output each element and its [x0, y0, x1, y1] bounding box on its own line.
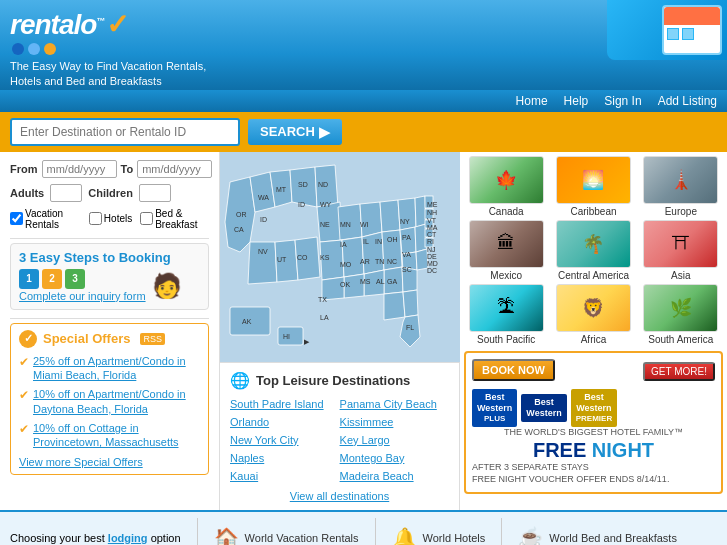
bed-breakfast-input[interactable]	[140, 212, 153, 225]
special-offers-header: ✓ Special Offers RSS	[19, 330, 200, 348]
footer-vacation-label: World Vacation Rentals	[245, 532, 359, 544]
view-more-offers[interactable]: View more Special Offers	[19, 456, 200, 468]
dest-kauai[interactable]: Kauai	[230, 470, 324, 482]
mexico-thumb[interactable]: 🏛	[469, 220, 544, 268]
to-date-input[interactable]	[137, 160, 212, 178]
right-panel: 🍁 Canada 🌅 Caribbean 🗼 Europe 🏛 Mexico 🌴…	[460, 152, 727, 510]
svg-text:NH: NH	[427, 209, 437, 216]
view-all-destinations[interactable]: View all destinations	[230, 490, 449, 502]
search-button-label: SEARCH	[260, 124, 315, 139]
svg-text:GA: GA	[387, 278, 397, 285]
svg-text:OH: OH	[387, 236, 398, 243]
svg-text:WA: WA	[258, 194, 269, 201]
footer-divider-2	[375, 518, 376, 545]
hotels-checkbox[interactable]: Hotels	[89, 212, 132, 225]
dest-orlando[interactable]: Orlando	[230, 416, 324, 428]
dest-new-york[interactable]: New York City	[230, 434, 324, 446]
logo-area: rentalo™ ✓ The Easy Way to Find Vacation…	[10, 8, 206, 90]
svg-text:WY: WY	[320, 201, 332, 208]
children-input[interactable]	[139, 184, 171, 202]
destinations-title-text: Top Leisure Destinations	[256, 373, 410, 388]
offer-item-1: ✔ 25% off on Apartment/Condo in Miami Be…	[19, 354, 200, 383]
get-more-button[interactable]: GET MORE!	[643, 362, 715, 381]
nav-add-listing[interactable]: Add Listing	[658, 94, 717, 108]
destinations-col-1: South Padre Island Orlando New York City…	[230, 398, 324, 482]
nav-help[interactable]: Help	[564, 94, 589, 108]
svg-text:CO: CO	[297, 254, 308, 261]
search-bar: SEARCH ▶	[0, 112, 727, 152]
search-arrow-icon: ▶	[319, 124, 330, 140]
hotels-input[interactable]	[89, 212, 102, 225]
nav-bar: Home Help Sign In Add Listing	[0, 90, 727, 112]
offer-link-2[interactable]: 10% off on Apartment/Condo in Daytona Be…	[33, 387, 200, 416]
svg-text:IL: IL	[363, 238, 369, 245]
footer-bell-icon: 🔔	[392, 526, 417, 545]
adults-input[interactable]	[50, 184, 82, 202]
svg-text:DE: DE	[427, 253, 437, 260]
central-america-thumb[interactable]: 🌴	[556, 220, 631, 268]
ad-tagline: THE WORLD'S BIGGEST HOTEL FAMILY™	[472, 427, 715, 437]
bw-premier-logo: BestWesternPREMIER	[571, 389, 617, 427]
dest-madeira[interactable]: Madeira Beach	[340, 470, 437, 482]
africa-label: Africa	[581, 334, 607, 345]
vacation-rentals-input[interactable]	[10, 212, 23, 225]
hotels-label: Hotels	[104, 213, 132, 224]
bw-plus-logo: BestWesternPLUS	[472, 389, 517, 427]
svg-text:WI: WI	[360, 221, 369, 228]
canada-thumb[interactable]: 🍁	[469, 156, 544, 204]
footer-lodging-link[interactable]: lodging	[108, 532, 148, 544]
step-icon-1: 1	[19, 269, 39, 289]
caribbean-thumb[interactable]: 🌅	[556, 156, 631, 204]
nav-home[interactable]: Home	[516, 94, 548, 108]
bw-main-logo: BestWestern	[521, 394, 566, 422]
dot-2	[28, 43, 40, 55]
dest-kissimmee[interactable]: Kissimmee	[340, 416, 437, 428]
svg-text:ME: ME	[427, 201, 438, 208]
book-now-button[interactable]: BOOK NOW	[472, 359, 555, 381]
dest-south-padre[interactable]: South Padre Island	[230, 398, 324, 410]
header-house-decoration	[607, 0, 727, 60]
south-pacific-thumb[interactable]: 🏝	[469, 284, 544, 332]
dest-montego[interactable]: Montego Bay	[340, 452, 437, 464]
ad-panel: BOOK NOW GET MORE! BestWesternPLUS BestW…	[464, 351, 723, 494]
svg-text:VA: VA	[402, 251, 411, 258]
search-input[interactable]	[10, 118, 240, 146]
easy-steps-link[interactable]: Complete our inquiry form	[19, 290, 146, 302]
adults-row: Adults Children	[10, 184, 209, 202]
offer-link-1[interactable]: 25% off on Apartment/Condo in Miami Beac…	[33, 354, 200, 383]
svg-marker-17	[398, 198, 416, 230]
from-date-input[interactable]	[42, 160, 117, 178]
search-button[interactable]: SEARCH ▶	[248, 119, 342, 145]
south-america-thumb[interactable]: 🌿	[643, 284, 718, 332]
offer-item-2: ✔ 10% off on Apartment/Condo in Daytona …	[19, 387, 200, 416]
dest-panama[interactable]: Panama City Beach	[340, 398, 437, 410]
dest-naples[interactable]: Naples	[230, 452, 324, 464]
offer-check-2: ✔	[19, 388, 29, 402]
vacation-rentals-checkbox[interactable]: Vacation Rentals	[10, 208, 81, 230]
nav-signin[interactable]: Sign In	[604, 94, 641, 108]
bed-breakfast-checkbox[interactable]: Bed & Breakfast	[140, 208, 209, 230]
offer-item-3: ✔ 10% off on Cottage in Provincetown, Ma…	[19, 421, 200, 450]
tagline-line1: The Easy Way to Find Vacation Rentals,	[10, 59, 206, 74]
destinations-columns: South Padre Island Orlando New York City…	[230, 398, 449, 482]
region-caribbean: 🌅 Caribbean	[551, 156, 635, 217]
africa-thumb[interactable]: 🦁	[556, 284, 631, 332]
offer-check-3: ✔	[19, 422, 29, 436]
steps-left: 1 2 3 Complete our inquiry form	[19, 269, 146, 303]
regions-grid: 🍁 Canada 🌅 Caribbean 🗼 Europe 🏛 Mexico 🌴…	[464, 156, 723, 345]
svg-text:TN: TN	[375, 258, 384, 265]
globe-icon: 🌐	[230, 371, 250, 390]
svg-text:OK: OK	[340, 281, 350, 288]
svg-text:AR: AR	[360, 258, 370, 265]
svg-marker-12	[380, 200, 400, 232]
svg-marker-18	[415, 196, 426, 227]
dest-key-largo[interactable]: Key Largo	[340, 434, 437, 446]
destinations-col-2: Panama City Beach Kissimmee Key Largo Mo…	[340, 398, 437, 482]
europe-thumb[interactable]: 🗼	[643, 156, 718, 204]
svg-text:MO: MO	[340, 261, 352, 268]
footer-divider-3	[501, 518, 502, 545]
offer-link-3[interactable]: 10% off on Cottage in Provincetown, Mass…	[33, 421, 200, 450]
step-icon-3: 3	[65, 269, 85, 289]
asia-thumb[interactable]: ⛩	[643, 220, 718, 268]
children-label: Children	[88, 187, 133, 199]
